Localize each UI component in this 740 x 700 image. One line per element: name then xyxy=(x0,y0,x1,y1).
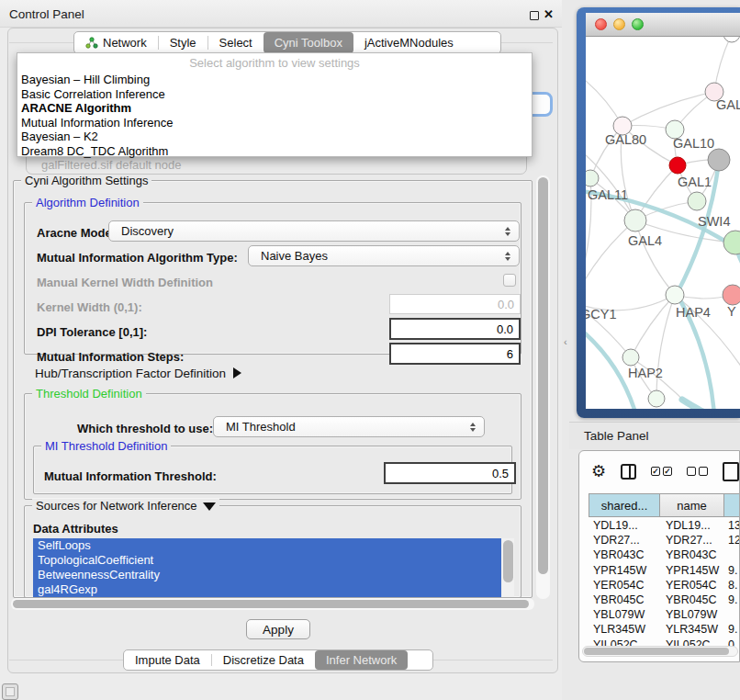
hub-section-toggle[interactable]: Hub/Transcription Factor Definition xyxy=(35,367,241,380)
apply-button[interactable]: Apply xyxy=(246,619,310,639)
network-node[interactable] xyxy=(723,37,740,42)
table-row[interactable]: YBL079W YBL079W xyxy=(589,607,740,622)
tab-cyni-toolbox[interactable]: Cyni Toolbox xyxy=(263,32,353,53)
network-node[interactable] xyxy=(708,149,730,171)
mi-steps-field[interactable]: 6 xyxy=(389,343,521,365)
algorithm-dropdown-popup: Select algorithm to view settings Bayesi… xyxy=(17,52,533,157)
attr-items: SelfLoopsTopologicalCoefficientBetweenne… xyxy=(33,538,514,597)
column-header-shared-name[interactable]: shared... xyxy=(589,493,660,517)
sources-title[interactable]: Sources for Network Inference xyxy=(32,499,219,513)
aracne-mode-combo[interactable]: Discovery xyxy=(108,220,520,242)
table-horizontal-scrollbar[interactable] xyxy=(582,646,738,657)
cell-shared-name: YDR27... xyxy=(589,533,660,548)
mi-steps-label: Mutual Information Steps: xyxy=(37,350,184,364)
network-node[interactable] xyxy=(669,157,686,174)
table-row[interactable]: YLR345W YLR345W 9. xyxy=(589,622,740,637)
attribute-item[interactable]: TopologicalCoefficient xyxy=(33,553,501,568)
attributes-scrollbar[interactable] xyxy=(501,538,514,597)
close-window-icon[interactable] xyxy=(595,18,607,30)
table-row[interactable]: YBR043C YBR043C xyxy=(589,548,740,562)
cell-value: 9. xyxy=(724,593,737,607)
tab-impute-data-label: Impute Data xyxy=(135,653,200,667)
column-header-cut[interactable] xyxy=(724,493,740,517)
tab-style[interactable]: Style xyxy=(159,32,207,53)
settings-horizontal-scrollbar[interactable] xyxy=(11,598,534,610)
cell-name: YER054C xyxy=(660,578,724,593)
collapsed-panel-icon[interactable] xyxy=(2,683,18,700)
dropdown-placeholder: Select algorithm to view settings xyxy=(17,56,532,70)
gear-icon[interactable]: ⚙ xyxy=(591,463,606,480)
kernel-width-label: Kernel Width (0,1): xyxy=(37,300,142,314)
vscroll-thumb[interactable] xyxy=(538,177,548,574)
which-threshold-label: Which threshold to use: xyxy=(77,422,213,435)
dropdown-item[interactable]: Basic Correlation Inference xyxy=(21,87,528,102)
network-node[interactable] xyxy=(624,209,646,231)
mi-algorithm-type-value: Naive Bayes xyxy=(261,249,328,263)
tab-discretize-data-label: Discretize Data xyxy=(223,653,304,667)
tab-jactivemnodules[interactable]: jActiveMNodules xyxy=(353,32,465,53)
attribute-item[interactable]: BetweennessCentrality xyxy=(33,568,501,582)
dropdown-item[interactable]: Dream8 DC_TDC Algorithm xyxy=(21,144,528,159)
dropdown-item-list: Bayesian – Hill ClimbingBasic Correlatio… xyxy=(21,73,528,159)
network-node[interactable] xyxy=(622,349,639,366)
close-panel-icon[interactable]: ✕ xyxy=(544,7,554,21)
dropdown-item[interactable]: ARACNE Algorithm xyxy=(21,101,528,116)
network-canvas[interactable]: GALGAL80GAL10GAL1GAL11SWI4GAL4YHAP4GCY1H… xyxy=(586,37,740,409)
network-node[interactable] xyxy=(648,390,665,407)
dropdown-item[interactable]: Bayesian – Hill Climbing xyxy=(21,73,528,87)
tab-discretize-data[interactable]: Discretize Data xyxy=(212,650,315,670)
attribute-item[interactable]: gal4RGexp xyxy=(33,582,501,597)
tab-select-label: Select xyxy=(219,36,252,50)
table-row[interactable]: YER054C YER054C 8. xyxy=(589,578,740,593)
cell-shared-name: YDL19... xyxy=(589,518,660,533)
aracne-mode-value: Discovery xyxy=(121,224,174,238)
dropdown-item[interactable]: Bayesian – K2 xyxy=(21,130,528,144)
tab-impute-data[interactable]: Impute Data xyxy=(124,650,211,670)
network-node[interactable] xyxy=(723,231,740,254)
cell-value: 12 xyxy=(724,533,740,548)
minimize-window-icon[interactable] xyxy=(613,18,625,30)
tab-select[interactable]: Select xyxy=(208,32,263,53)
tab-style-label: Style xyxy=(170,36,196,50)
new-table-icon[interactable] xyxy=(723,462,739,481)
manual-kernel-width-checkbox[interactable] xyxy=(503,274,516,287)
cell-shared-name: YPR145W xyxy=(589,563,660,578)
cell-shared-name: YBR045C xyxy=(589,593,660,607)
splitter-handle[interactable]: ‹ xyxy=(564,336,567,347)
tab-network[interactable]: Network xyxy=(74,32,158,53)
table-row[interactable]: YDL19... YDL19... 13 xyxy=(589,518,740,533)
table-row[interactable]: YDR27... YDR27... 12 xyxy=(589,533,740,548)
network-node[interactable] xyxy=(688,192,706,210)
attribute-item[interactable]: SelfLoops xyxy=(33,538,501,553)
attributes-scroll-thumb[interactable] xyxy=(503,540,513,582)
sources-title-text: Sources for Network Inference xyxy=(36,499,197,513)
network-node[interactable] xyxy=(586,170,599,186)
table-hscroll-thumb[interactable] xyxy=(584,648,729,655)
settings-vertical-scrollbar[interactable] xyxy=(536,175,550,599)
mi-threshold-field[interactable]: 0.5 xyxy=(384,462,516,484)
table-row[interactable]: YPR145W YPR145W 9. xyxy=(589,563,740,578)
hscroll-thumb[interactable] xyxy=(13,600,529,608)
which-threshold-combo[interactable]: MI Threshold xyxy=(213,416,485,437)
dropdown-item[interactable]: Mutual Information Inference xyxy=(21,116,528,130)
network-window-titlebar[interactable] xyxy=(586,13,740,37)
kernel-width-field[interactable]: 0.0 xyxy=(389,294,521,314)
cell-name: YBL079W xyxy=(660,607,724,622)
table-row[interactable]: YBR045C YBR045C 9. xyxy=(589,593,740,607)
columns-icon[interactable] xyxy=(621,464,636,480)
deselect-all-checks-icon[interactable] xyxy=(687,467,708,476)
network-node[interactable] xyxy=(723,285,740,305)
table-rows: YDL19... YDL19... 13 YDR27... YDR27... 1… xyxy=(589,518,740,647)
collapsed-arrow-icon xyxy=(233,367,241,378)
network-node[interactable] xyxy=(666,286,684,304)
hub-section-label: Hub/Transcription Factor Definition xyxy=(35,367,226,380)
manual-kernel-width-label: Manual Kernel Width Definition xyxy=(37,276,213,289)
network-canvas-svg[interactable]: GALGAL80GAL10GAL1GAL11SWI4GAL4YHAP4GCY1H… xyxy=(586,37,740,409)
select-all-checks-icon[interactable]: ✓✓ xyxy=(651,467,672,476)
mi-algorithm-type-combo[interactable]: Naive Bayes xyxy=(248,245,520,266)
zoom-window-icon[interactable] xyxy=(632,18,644,30)
column-header-name[interactable]: name xyxy=(660,493,724,517)
dpi-tolerance-field[interactable]: 0.0 xyxy=(389,318,521,340)
tab-infer-network[interactable]: Infer Network xyxy=(315,650,408,670)
float-window-icon[interactable] xyxy=(530,11,539,20)
